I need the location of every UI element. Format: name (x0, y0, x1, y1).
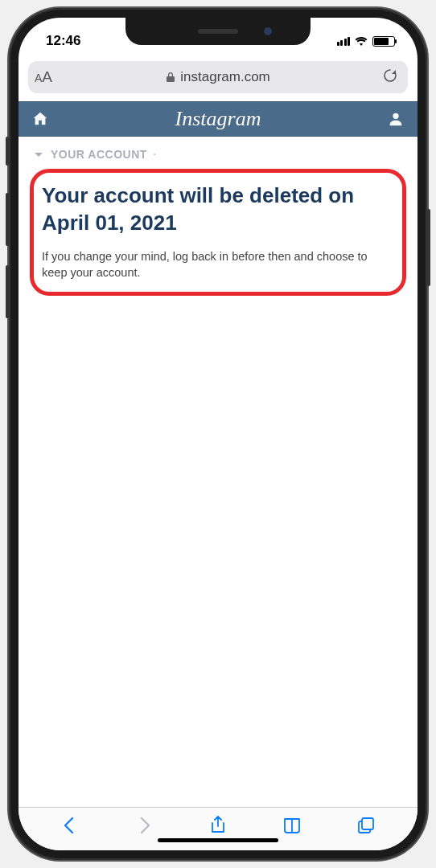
address-bar[interactable]: AA instagram.com (28, 61, 408, 93)
forward-button (134, 815, 154, 836)
safari-address-row: AA instagram.com (19, 56, 417, 101)
instagram-header: Instagram (19, 101, 417, 137)
speaker (198, 29, 238, 34)
text-size-button[interactable]: AA (28, 68, 59, 86)
home-indicator[interactable] (158, 838, 278, 842)
highlight-annotation: Your account will be deleted on April 01… (30, 169, 406, 296)
safari-toolbar (19, 807, 417, 850)
lock-icon (166, 72, 175, 83)
power-button (427, 209, 430, 286)
home-icon[interactable] (31, 110, 49, 128)
reload-button[interactable] (377, 68, 408, 88)
bookmarks-button[interactable] (282, 815, 302, 836)
breadcrumb-label: YOUR ACCOUNT (51, 148, 147, 161)
back-button[interactable] (60, 815, 80, 836)
user-icon[interactable] (387, 110, 405, 128)
svg-rect-0 (362, 818, 373, 829)
url-domain: instagram.com (180, 69, 269, 85)
mute-switch (6, 137, 9, 166)
share-button[interactable] (208, 815, 228, 836)
status-right (337, 36, 396, 47)
tabs-button[interactable] (356, 815, 376, 836)
status-time: 12:46 (46, 33, 80, 49)
reload-icon (382, 68, 398, 84)
page-content: Your account will be deleted on April 01… (19, 169, 417, 807)
breadcrumb[interactable]: YOUR ACCOUNT · (19, 137, 417, 169)
instagram-logo[interactable]: Instagram (175, 107, 261, 131)
front-camera (264, 27, 272, 35)
notch (125, 18, 311, 45)
page-title: Your account will be deleted on April 01… (42, 182, 394, 237)
page-subtext: If you change your mind, log back in bef… (42, 248, 394, 281)
volume-up-button (6, 193, 9, 246)
phone-frame: 12:46 AA instagram.com Instagram (9, 8, 427, 860)
screen: 12:46 AA instagram.com Instagram (19, 18, 417, 850)
battery-icon (372, 36, 395, 47)
wifi-icon (355, 36, 368, 46)
cellular-icon (337, 36, 351, 46)
chevron-down-icon (33, 149, 44, 160)
volume-down-button (6, 265, 9, 318)
breadcrumb-separator: · (154, 150, 156, 159)
